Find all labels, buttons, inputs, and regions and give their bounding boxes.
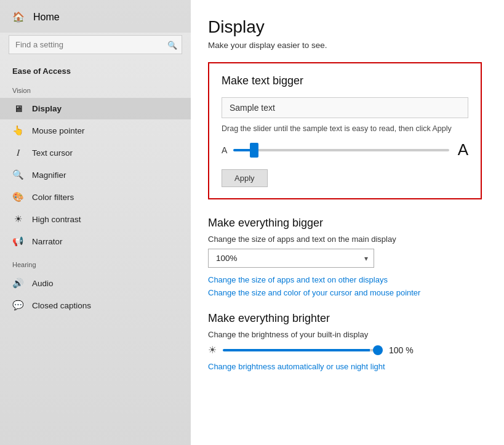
sidebar-item-color-filters-label: Color filters — [32, 193, 74, 202]
text-bigger-title: Make text bigger — [222, 74, 468, 87]
sidebar-item-high-contrast[interactable]: ☀ High contrast — [0, 208, 191, 230]
magnifier-icon: 🔍 — [12, 169, 23, 180]
size-dropdown[interactable]: 100% 125% 150% 175% — [208, 249, 374, 268]
page-subtitle: Make your display easier to see. — [208, 41, 482, 50]
slider-label-big: A — [458, 140, 468, 159]
make-everything-bigger-section: Make everything bigger Change the size o… — [208, 217, 482, 297]
sidebar-item-mouse-pointer[interactable]: 👆 Mouse pointer — [0, 119, 191, 142]
make-everything-brighter-section: Make everything brighter Change the brig… — [208, 312, 482, 371]
sidebar-item-high-contrast-label: High contrast — [32, 215, 81, 224]
search-input[interactable] — [9, 35, 182, 54]
audio-icon: 🔊 — [12, 278, 23, 289]
color-filters-icon: 🎨 — [12, 191, 23, 202]
main-content: Display Make your display easier to see.… — [191, 0, 504, 445]
text-size-slider-row: A A — [222, 140, 468, 159]
sample-text-display: Sample text — [222, 97, 468, 118]
sidebar-item-closed-captions-label: Closed captions — [32, 301, 91, 310]
brightness-slider[interactable] — [223, 349, 383, 351]
make-text-bigger-section: Make text bigger Sample text Drag the sl… — [208, 62, 482, 199]
mouse-pointer-icon: 👆 — [12, 125, 23, 136]
size-dropdown-container: 100% 125% 150% 175% ▾ — [208, 249, 374, 268]
sidebar-item-mouse-pointer-label: Mouse pointer — [32, 126, 85, 135]
sidebar-item-audio[interactable]: 🔊 Audio — [0, 272, 191, 294]
closed-captions-icon: 💬 — [12, 300, 23, 311]
search-icon: 🔍 — [167, 40, 177, 49]
sidebar-item-closed-captions[interactable]: 💬 Closed captions — [0, 294, 191, 316]
sidebar-item-display-label: Display — [32, 104, 62, 113]
sidebar-item-text-cursor-label: Text cursor — [32, 148, 73, 158]
home-label: Home — [33, 12, 60, 23]
brightness-value-label: 100 % — [389, 345, 417, 355]
sidebar-item-audio-label: Audio — [32, 279, 54, 288]
sidebar-item-text-cursor[interactable]: 𝐼 Text cursor — [0, 142, 191, 164]
sidebar-item-narrator[interactable]: 📢 Narrator — [0, 230, 191, 252]
high-contrast-icon: ☀ — [12, 214, 23, 225]
brightness-low-icon: ☀ — [208, 344, 217, 356]
page-title: Display — [208, 17, 482, 37]
sidebar-item-magnifier-label: Magnifier — [32, 170, 66, 180]
everything-brighter-title: Make everything brighter — [208, 312, 482, 325]
sidebar-item-display[interactable]: 🖥 Display — [0, 98, 191, 119]
slider-label-small: A — [222, 145, 227, 155]
home-icon: 🏠 — [12, 11, 25, 23]
brightness-slider-row: ☀ 100 % — [208, 344, 482, 356]
cursor-color-link[interactable]: Change the size and color of your cursor… — [208, 288, 482, 297]
text-size-slider[interactable] — [233, 149, 449, 151]
search-container: 🔍 — [9, 35, 182, 54]
sidebar-item-narrator-label: Narrator — [32, 237, 63, 246]
vision-section-label: Vision — [0, 81, 191, 98]
everything-brighter-sublabel: Change the brightness of your built-in d… — [208, 330, 482, 339]
everything-bigger-title: Make everything bigger — [208, 217, 482, 230]
hearing-section-label: Hearing — [0, 252, 191, 272]
apply-button[interactable]: Apply — [222, 169, 268, 187]
sidebar-item-color-filters[interactable]: 🎨 Color filters — [0, 186, 191, 208]
sidebar: 🏠 Home 🔍 Ease of Access Vision 🖥 Display… — [0, 0, 191, 445]
night-light-link[interactable]: Change brightness automatically or use n… — [208, 362, 482, 371]
narrator-icon: 📢 — [12, 236, 23, 247]
everything-bigger-sublabel: Change the size of apps and text on the … — [208, 235, 482, 244]
sidebar-category-label: Ease of Access — [0, 63, 191, 81]
other-displays-link[interactable]: Change the size of apps and text on othe… — [208, 275, 482, 284]
text-cursor-icon: 𝐼 — [12, 147, 23, 158]
sidebar-item-magnifier[interactable]: 🔍 Magnifier — [0, 164, 191, 186]
sidebar-home-button[interactable]: 🏠 Home — [0, 0, 191, 33]
slider-instruction: Drag the slider until the sample text is… — [222, 124, 468, 133]
display-icon: 🖥 — [12, 103, 23, 114]
